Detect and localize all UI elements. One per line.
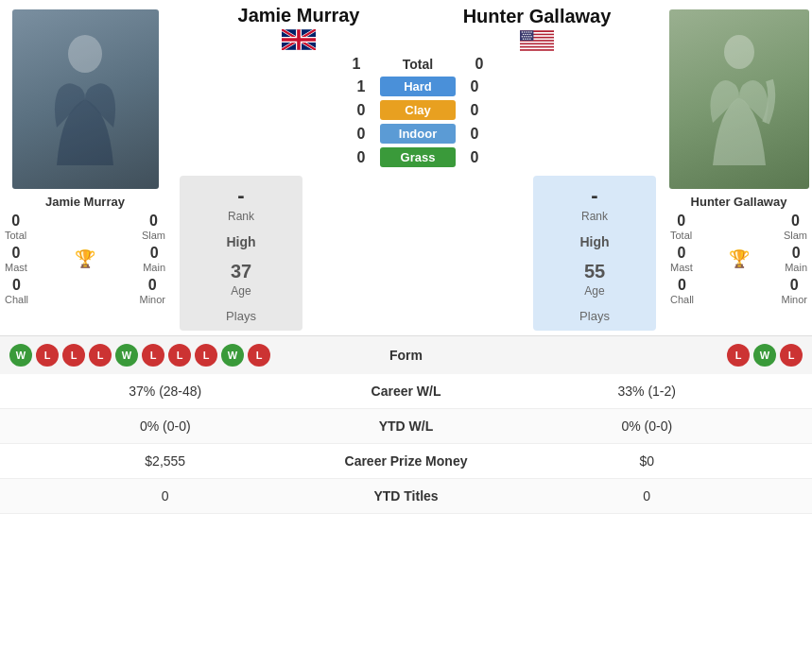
form-badge-right: L (727, 344, 750, 367)
score-rows: 1 Total 0 1 Hard 0 0 Clay 0 0 (180, 56, 656, 171)
right-stat-mast: 0 Mast (670, 245, 693, 273)
bottom-stats: 37% (28-48)Career W/L33% (1-2)0% (0-0)YT… (0, 374, 812, 514)
left-mast-value: 0 (11, 245, 20, 262)
right-age-val: 55 (543, 261, 647, 282)
right-age-area: 55 Age (543, 261, 647, 298)
indoor-badge: Indoor (380, 124, 456, 144)
right-stat-panel: - Rank High 55 Age Plays (533, 176, 656, 331)
form-badge-left: W (9, 344, 32, 367)
right-mast-value: 0 (677, 245, 685, 262)
right-rank-label: Rank (543, 210, 647, 223)
left-stats-row2: 0 Mast 🏆 0 Main (5, 245, 165, 273)
left-high-val: High (189, 234, 293, 249)
right-player-name-under: Hunter Gallaway (691, 195, 787, 209)
svg-point-18 (529, 34, 530, 35)
svg-point-16 (525, 34, 526, 35)
svg-point-15 (523, 34, 524, 35)
stats-left-2: $2,555 (19, 453, 312, 469)
left-trophy-area: 🏆 (75, 248, 95, 269)
form-badge-left: L (36, 344, 59, 367)
left-player-name: Jamie Murray (180, 5, 418, 26)
left-total-label: Total (5, 230, 26, 241)
left-chall-label: Chall (5, 294, 28, 305)
stats-left-3: 0 (19, 488, 312, 504)
right-plays-val: Plays (543, 309, 647, 323)
left-stat-main: 0 Main (143, 245, 165, 273)
score-row-total: 1 Total 0 (180, 56, 656, 73)
svg-point-25 (525, 38, 526, 39)
right-high-area: High (543, 234, 647, 249)
left-plays-area: Plays (189, 309, 293, 323)
svg-rect-8 (520, 47, 554, 49)
left-player-photo (12, 9, 159, 189)
right-trophy-area: 🏆 (729, 248, 750, 269)
right-main-value: 0 (792, 245, 801, 262)
left-minor-label: Minor (139, 294, 165, 305)
right-rank-val: - (543, 183, 647, 208)
form-badge-right: L (780, 344, 803, 367)
svg-point-12 (526, 31, 527, 32)
svg-point-23 (530, 36, 531, 37)
right-total-label: Total (670, 230, 692, 241)
left-main-value: 0 (150, 245, 159, 262)
right-stat-total: 0 Total (670, 213, 692, 241)
main-container: Jamie Murray 0 Total 0 Slam 0 Mast 🏆 (0, 0, 812, 514)
stats-label-3: YTD Titles (312, 488, 501, 504)
svg-point-20 (524, 36, 525, 37)
left-form-badges: WLLLWLLLWL (9, 344, 350, 367)
left-minor-value: 0 (148, 277, 157, 294)
left-high-area: High (189, 234, 293, 249)
left-rank-label: Rank (189, 210, 293, 223)
grass-badge: Grass (380, 147, 456, 167)
score-row-hard: 1 Hard 0 (180, 77, 656, 96)
left-main-label: Main (143, 262, 165, 273)
names-row: Jamie Murray Hunter Gallaway (180, 5, 656, 51)
right-flag-container (418, 30, 656, 51)
left-total-value: 0 (11, 213, 20, 230)
right-mast-label: Mast (670, 262, 693, 273)
right-chall-value: 0 (678, 277, 686, 294)
stats-label-0: Career W/L (312, 384, 501, 399)
top-row: Jamie Murray 0 Total 0 Slam 0 Mast 🏆 (0, 0, 812, 335)
form-badge-left: L (195, 344, 217, 367)
left-slam-label: Slam (142, 230, 165, 241)
left-stat-total: 0 Total (5, 213, 26, 241)
stats-right-1: 0% (0-0) (501, 418, 794, 434)
stats-row-0: 37% (28-48)Career W/L33% (1-2) (0, 374, 812, 409)
left-player-name-under: Jamie Murray (45, 195, 125, 209)
right-form-badges: LWL (463, 344, 803, 367)
stats-row-1: 0% (0-0)YTD W/L0% (0-0) (0, 409, 812, 444)
form-badge-left: L (62, 344, 85, 367)
left-player-area: Jamie Murray 0 Total 0 Slam 0 Mast 🏆 (0, 0, 170, 315)
right-stat-main: 0 Main (785, 245, 807, 273)
score-row-clay: 0 Clay 0 (180, 100, 656, 120)
clay-badge: Clay (380, 100, 456, 120)
form-badge-left: W (115, 344, 138, 367)
svg-point-26 (527, 38, 528, 39)
right-stats-row2: 0 Mast 🏆 0 Main (670, 245, 807, 273)
right-slam-label: Slam (784, 230, 807, 241)
form-label: Form (350, 348, 463, 363)
form-badge-left: L (89, 344, 112, 367)
stats-row-3: 0YTD Titles0 (0, 479, 812, 514)
right-player-name: Hunter Gallaway (418, 5, 656, 27)
stats-right-2: $0 (501, 453, 794, 469)
right-stats-row3: 0 Chall 0 Minor (670, 277, 807, 305)
svg-point-10 (522, 31, 523, 32)
stats-label-1: YTD W/L (312, 418, 501, 434)
left-stat-chall: 0 Chall (5, 277, 28, 305)
left-stats-row1: 0 Total 0 Slam (5, 213, 165, 241)
left-chall-value: 0 (12, 277, 21, 294)
stats-left-0: 37% (28-48) (19, 384, 312, 399)
svg-point-11 (524, 31, 525, 32)
left-flag-container (180, 29, 418, 50)
right-plays-area: Plays (543, 309, 647, 323)
form-badge-left: W (221, 344, 244, 367)
form-badge-right: W (753, 344, 776, 367)
right-main-label: Main (785, 262, 807, 273)
right-trophy-icon: 🏆 (729, 248, 750, 269)
svg-rect-7 (520, 44, 554, 46)
left-grass-score: 0 (342, 149, 380, 166)
left-clay-score: 0 (342, 102, 380, 119)
left-age-label: Age (189, 284, 293, 298)
